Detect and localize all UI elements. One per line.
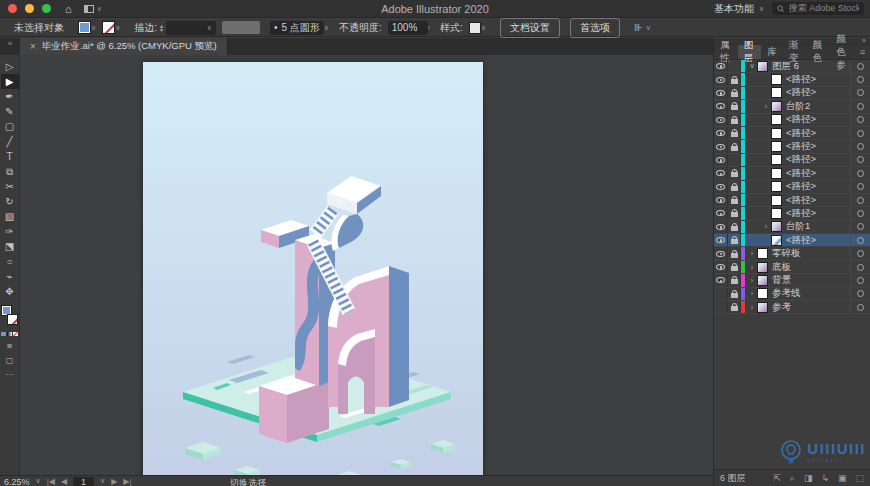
lock-toggle[interactable] [728, 247, 741, 259]
lock-toggle[interactable] [728, 194, 741, 206]
panel-tab-图层[interactable]: 图层 [738, 45, 762, 59]
new-layer-icon[interactable]: ▣ [838, 473, 847, 484]
layer-thumbnail[interactable] [771, 101, 782, 112]
arrange-documents-button[interactable]: ∨ [84, 5, 102, 13]
layer-thumbnail[interactable] [757, 61, 768, 72]
visibility-toggle[interactable] [714, 261, 728, 273]
layer-thumbnail[interactable] [771, 114, 782, 125]
pen-tool[interactable]: ✒ [1, 89, 19, 104]
direct-selection-tool[interactable]: ▷ [1, 59, 19, 74]
chevron-down-icon[interactable]: ∨ [91, 24, 96, 32]
zoom-tool[interactable]: ○ [1, 254, 19, 269]
layer-name[interactable]: 台阶1 [786, 220, 810, 233]
artboard-number[interactable]: 1 [73, 477, 94, 486]
layer-row[interactable]: ›台阶1 [714, 221, 870, 234]
layer-name[interactable]: <路径> [786, 194, 816, 207]
layer-name[interactable]: <路径> [786, 207, 816, 220]
document-setup-button[interactable]: 文档设置 [500, 18, 560, 38]
target-circle-icon[interactable] [857, 89, 864, 96]
screen-mode-icon[interactable]: ▢ [6, 356, 14, 365]
layer-name[interactable]: <路径> [786, 113, 816, 126]
visibility-toggle[interactable] [714, 87, 728, 99]
target-circle-icon[interactable] [857, 264, 864, 271]
panel-tab-属性[interactable]: 属性 [714, 45, 738, 59]
fill-color-swatch[interactable] [78, 21, 91, 34]
target-circle-icon[interactable] [857, 143, 864, 150]
artboard-tool[interactable]: ⧉ [1, 164, 19, 179]
layer-row[interactable]: <路径> [714, 181, 870, 194]
visibility-toggle[interactable] [714, 73, 728, 85]
layer-thumbnail[interactable] [771, 154, 782, 165]
opacity-chevron-icon[interactable]: › [428, 24, 430, 31]
artboard[interactable] [143, 62, 483, 475]
layer-name[interactable]: <路径> [786, 167, 816, 180]
opacity-value[interactable]: 100% [388, 21, 428, 35]
lock-toggle[interactable] [728, 140, 741, 152]
visibility-toggle[interactable] [714, 154, 728, 166]
target-circle-icon[interactable] [857, 183, 864, 190]
lock-toggle[interactable] [728, 87, 741, 99]
visibility-toggle[interactable] [714, 194, 728, 206]
zoom-window-button[interactable] [42, 4, 51, 13]
lock-toggle[interactable] [728, 221, 741, 233]
layer-name[interactable]: 参考线 [772, 287, 801, 300]
lock-toggle[interactable] [728, 127, 741, 139]
lock-toggle[interactable] [728, 288, 741, 300]
layer-row[interactable]: <路径> [714, 73, 870, 86]
target-circle-icon[interactable] [857, 210, 864, 217]
visibility-toggle[interactable] [714, 100, 728, 112]
canvas-area[interactable] [20, 55, 713, 475]
target-circle-icon[interactable] [857, 277, 864, 284]
layer-thumbnail[interactable] [771, 221, 782, 232]
draw-mode-icon[interactable]: ⧈ [7, 341, 12, 351]
layer-thumbnail[interactable] [757, 248, 768, 259]
visibility-toggle[interactable] [714, 221, 728, 233]
preferences-button[interactable]: 首选项 [570, 18, 620, 38]
layer-row[interactable]: <路径> [714, 234, 870, 247]
panel-tab-库[interactable]: 库 [761, 45, 783, 59]
color-mode-strip[interactable] [1, 332, 18, 336]
hand-tool[interactable]: ✥ [1, 284, 19, 299]
chevron-down-icon[interactable]: ∨ [115, 24, 120, 32]
expand-icon[interactable]: › [747, 290, 757, 297]
document-tab[interactable]: × 毕业作业.ai* @ 6.25% (CMYK/GPU 预览) [20, 38, 228, 55]
layer-thumbnail[interactable] [757, 275, 768, 286]
layer-thumbnail[interactable] [771, 195, 782, 206]
first-artboard-button[interactable]: |◀ [47, 477, 55, 486]
target-circle-icon[interactable] [857, 304, 864, 311]
target-circle-icon[interactable] [857, 103, 864, 110]
panel-tab-颜色[interactable]: 颜色 [807, 45, 831, 59]
close-window-button[interactable] [8, 4, 17, 13]
close-tab-icon[interactable]: × [30, 41, 36, 52]
layer-name[interactable]: <路径> [786, 86, 816, 99]
layer-name[interactable]: 底板 [772, 261, 791, 274]
lock-toggle[interactable] [728, 261, 741, 273]
layer-row[interactable]: <路径> [714, 114, 870, 127]
visibility-toggle[interactable] [714, 234, 728, 246]
target-circle-icon[interactable] [857, 156, 864, 163]
stroke-weight-select[interactable]: ∨ [166, 21, 216, 35]
scissors-tool[interactable]: ✂ [1, 179, 19, 194]
adobe-stock-search-input[interactable]: 搜索 Adobe Stock [772, 2, 864, 15]
layer-name[interactable]: 参考 [772, 301, 791, 314]
brush-select[interactable]: • 5 点圆形 [270, 21, 324, 35]
lock-toggle[interactable] [728, 301, 741, 313]
layer-row[interactable]: <路径> [714, 87, 870, 100]
prev-artboard-button[interactable]: ◀ [61, 477, 67, 486]
layer-thumbnail[interactable] [757, 262, 768, 273]
align-menu-button[interactable]: ⊪ ∨ [634, 22, 651, 33]
lock-toggle[interactable] [728, 114, 741, 126]
target-circle-icon[interactable] [857, 237, 864, 244]
make-mask-icon[interactable]: ◨ [804, 473, 813, 484]
layer-row[interactable]: <路径> [714, 154, 870, 167]
lock-toggle[interactable] [728, 100, 741, 112]
selection-tool[interactable]: ▶ [1, 74, 19, 89]
expand-icon[interactable]: › [747, 264, 757, 271]
chevron-down-icon[interactable]: ∨ [481, 24, 486, 32]
color-button[interactable] [1, 332, 6, 336]
expand-icon[interactable]: › [747, 277, 757, 284]
layer-name[interactable]: <路径> [786, 153, 816, 166]
new-sublayer-icon[interactable]: ↳ [821, 473, 829, 484]
expand-icon[interactable]: › [747, 250, 757, 257]
target-circle-icon[interactable] [857, 290, 864, 297]
